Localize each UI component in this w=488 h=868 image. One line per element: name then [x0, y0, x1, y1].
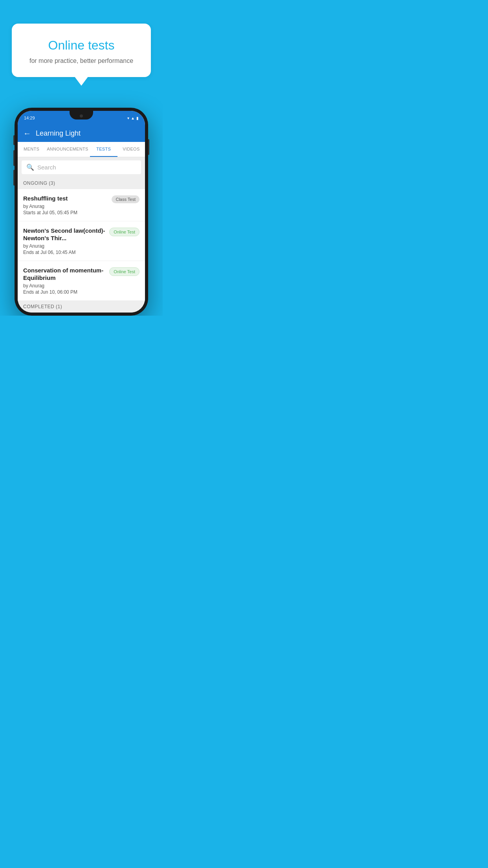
- notch: [70, 111, 93, 120]
- test-info: Conservation of momentum-Equilibrium by …: [23, 267, 105, 295]
- power-button: [148, 139, 149, 155]
- test-item[interactable]: Newton's Second law(contd)-Newton's Thir…: [18, 221, 145, 261]
- tab-tests[interactable]: TESTS: [90, 142, 117, 157]
- bubble-subtitle: for more practice, better performance: [23, 57, 140, 64]
- phone-wrapper: 14:29 ▾ ▲ ▮ ← Learning Light MENTS: [0, 108, 163, 316]
- test-info: Reshuffling test by Anurag Starts at Jul…: [23, 195, 108, 215]
- test-name: Reshuffling test: [23, 195, 108, 202]
- test-badge-online: Online Test: [109, 228, 139, 236]
- test-info: Newton's Second law(contd)-Newton's Thir…: [23, 227, 105, 255]
- tab-videos[interactable]: VIDEOS: [117, 142, 145, 157]
- status-time: 14:29: [24, 116, 35, 120]
- app-header: ← Learning Light: [18, 125, 145, 142]
- test-badge-class: Class Test: [112, 195, 139, 203]
- tabs-bar: MENTS ANNOUNCEMENTS TESTS VIDEOS: [18, 142, 145, 157]
- phone-screen: 14:29 ▾ ▲ ▮ ← Learning Light MENTS: [18, 111, 145, 313]
- wifi-icon: ▾: [127, 116, 129, 120]
- test-date: Starts at Jul 05, 05:45 PM: [23, 210, 108, 215]
- search-bar[interactable]: 🔍 Search: [22, 160, 141, 174]
- search-input[interactable]: Search: [37, 164, 56, 171]
- test-date: Ends at Jul 06, 10:45 AM: [23, 250, 105, 255]
- tab-ments[interactable]: MENTS: [18, 142, 45, 157]
- volume-down-button: [13, 170, 15, 186]
- signal-icon: ▲: [131, 116, 135, 120]
- ongoing-section-header: ONGOING (3): [18, 177, 145, 189]
- test-date: Ends at Jun 10, 06:00 PM: [23, 289, 105, 295]
- search-container: 🔍 Search: [18, 157, 145, 177]
- back-button[interactable]: ←: [23, 129, 31, 138]
- mute-button: [13, 135, 15, 145]
- tab-announcements[interactable]: ANNOUNCEMENTS: [45, 142, 90, 157]
- test-badge-online-2: Online Test: [109, 267, 139, 276]
- completed-section-header: COMPLETED (1): [18, 301, 145, 313]
- test-author: by Anurag: [23, 283, 105, 289]
- test-item[interactable]: Conservation of momentum-Equilibrium by …: [18, 261, 145, 301]
- status-icons: ▾ ▲ ▮: [127, 116, 139, 120]
- battery-icon: ▮: [136, 116, 139, 120]
- test-name: Newton's Second law(contd)-Newton's Thir…: [23, 227, 105, 242]
- speech-bubble: Online tests for more practice, better p…: [12, 24, 151, 77]
- hero-section: Online tests for more practice, better p…: [0, 0, 163, 89]
- status-bar: 14:29 ▾ ▲ ▮: [18, 111, 145, 125]
- test-name: Conservation of momentum-Equilibrium: [23, 267, 105, 282]
- phone-outer: 14:29 ▾ ▲ ▮ ← Learning Light MENTS: [15, 108, 148, 316]
- test-author: by Anurag: [23, 204, 108, 209]
- test-list: Reshuffling test by Anurag Starts at Jul…: [18, 189, 145, 301]
- test-author: by Anurag: [23, 243, 105, 249]
- app-title: Learning Light: [36, 129, 81, 138]
- bubble-title: Online tests: [23, 38, 140, 53]
- volume-up-button: [13, 150, 15, 166]
- test-item[interactable]: Reshuffling test by Anurag Starts at Jul…: [18, 189, 145, 221]
- camera: [80, 114, 83, 118]
- search-icon: 🔍: [26, 164, 34, 171]
